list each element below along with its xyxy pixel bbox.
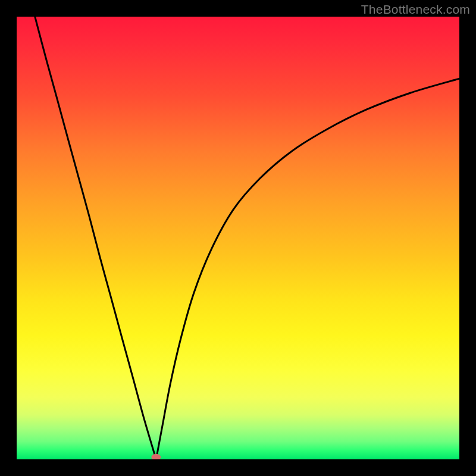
chart-frame: TheBottleneck.com: [0, 0, 476, 476]
curve-right-branch: [156, 79, 459, 459]
bottleneck-curve: [17, 17, 459, 459]
curve-left-branch: [35, 17, 156, 459]
watermark-text: TheBottleneck.com: [361, 2, 470, 17]
plot-area: [17, 17, 459, 459]
vertex-marker: [151, 454, 161, 459]
